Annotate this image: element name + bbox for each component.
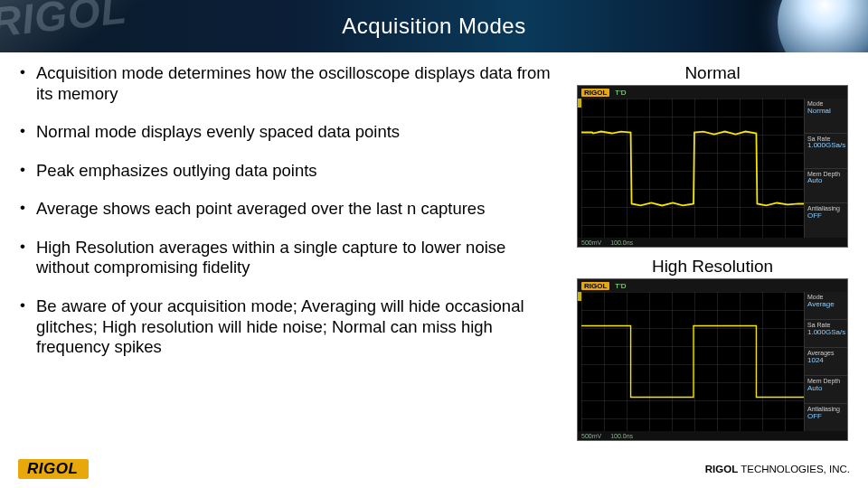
scope-bottom-bar: 500mV 100.0ns — [578, 431, 847, 440]
menu-cell-mode: Mode Normal — [805, 99, 847, 134]
oscilloscope-screenshot-normal: RIGOL T'D 1 Mode Normal Sa Rate 1.000GSa… — [577, 85, 848, 248]
scope-topbar: RIGOL T'D — [578, 86, 847, 99]
bullet-item: Peak emphasizes outlying data points — [20, 161, 561, 182]
footer-company-bold: RIGOL — [705, 464, 741, 474]
slide-title: Acquisition Modes — [342, 14, 525, 39]
footer-logo: RIGOL — [18, 459, 89, 479]
menu-value: Normal — [807, 108, 844, 116]
scope-trigger-status: T'D — [615, 282, 626, 290]
waveform-highres — [581, 292, 804, 431]
bullet-item: Normal mode displays evenly spaced data … — [20, 122, 561, 143]
waveform-normal — [581, 99, 804, 238]
slide-footer: RIGOL RIGOL TECHNOLOGIES, INC. — [0, 455, 868, 488]
header-planet-graphic — [778, 0, 868, 52]
scope-side-menu: Mode Normal Sa Rate 1.000GSa/s Mem Depth… — [804, 99, 847, 238]
menu-value: 1.000GSa/s — [807, 142, 844, 150]
menu-value: OFF — [807, 413, 844, 421]
menu-cell-mode: Mode Average — [805, 292, 847, 320]
slide-header: RIGOL Acquisition Modes — [0, 0, 868, 52]
scope-topbar: RIGOL T'D — [578, 279, 847, 292]
scope-plot-area — [581, 292, 804, 431]
bullet-item: Be aware of your acquisition mode; Avera… — [20, 296, 561, 358]
menu-cell-averages: Averages 1024 — [805, 348, 847, 376]
menu-cell-antialias: Antialiasing OFF — [805, 404, 847, 431]
bullet-item: Acquisition mode determines how the osci… — [20, 63, 561, 104]
scope-timebase: 100.0ns — [610, 433, 633, 439]
scope-plot-area — [581, 99, 804, 238]
menu-cell-mem: Mem Depth Auto — [805, 169, 847, 204]
oscilloscope-screenshot-highres: RIGOL T'D 1 Mode Average Sa Rate 1.000GS… — [577, 278, 848, 441]
scope-trigger-status: T'D — [615, 89, 626, 97]
bullet-item: Average shows each point averaged over t… — [20, 199, 561, 220]
slide-body: Acquisition mode determines how the osci… — [0, 52, 868, 450]
screenshot-column: Normal RIGOL T'D 1 Mode Normal Sa Rate — [577, 63, 848, 450]
bullet-item: High Resolution averages within a single… — [20, 238, 561, 278]
menu-value: Average — [807, 301, 844, 309]
screenshot-label-normal: Normal — [577, 63, 848, 83]
footer-company-rest: TECHNOLOGIES, INC. — [741, 464, 850, 474]
menu-cell-sarate: Sa Rate 1.000GSa/s — [805, 134, 847, 169]
scope-ch-scale: 500mV — [581, 433, 601, 439]
menu-cell-antialias: Antialiasing OFF — [805, 203, 847, 238]
menu-cell-sarate: Sa Rate 1.000GSa/s — [805, 320, 847, 348]
scope-timebase: 100.0ns — [610, 239, 633, 246]
menu-cell-mem: Mem Depth Auto — [805, 376, 847, 404]
menu-value: Auto — [807, 385, 844, 393]
scope-brand-badge: RIGOL — [581, 282, 609, 290]
bullet-column: Acquisition mode determines how the osci… — [20, 63, 561, 450]
scope-bottom-bar: 500mV 100.0ns — [578, 238, 847, 247]
menu-value: 1024 — [807, 357, 844, 365]
bullet-list: Acquisition mode determines how the osci… — [20, 63, 561, 358]
menu-value: 1.000GSa/s — [807, 329, 844, 337]
footer-company: RIGOL TECHNOLOGIES, INC. — [705, 464, 850, 474]
screenshot-label-highres: High Resolution — [577, 257, 848, 277]
scope-ch-scale: 500mV — [581, 239, 601, 246]
scope-side-menu: Mode Average Sa Rate 1.000GSa/s Averages… — [804, 292, 847, 431]
scope-brand-badge: RIGOL — [581, 89, 609, 97]
menu-value: Auto — [807, 177, 844, 185]
menu-value: OFF — [807, 212, 844, 221]
